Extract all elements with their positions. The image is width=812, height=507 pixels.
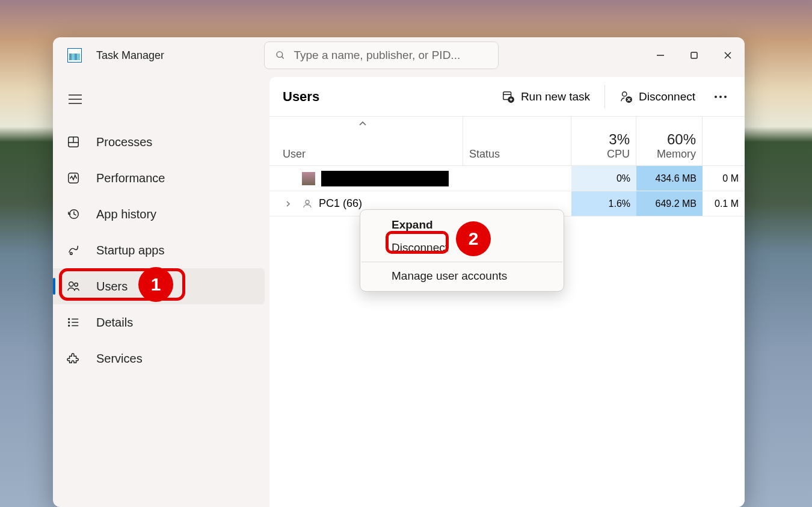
svg-point-34 (724, 96, 727, 98)
chevron-right-icon[interactable] (283, 198, 294, 209)
disconnect-icon (620, 90, 633, 103)
sidebar-item-label: Performance (96, 171, 165, 185)
disconnect-label: Disconnect (639, 90, 695, 103)
sidebar-item-label: App history (96, 207, 156, 221)
table-row[interactable]: 0% 434.6 MB 0 M (269, 166, 745, 191)
svg-point-18 (69, 322, 70, 323)
avatar (302, 172, 315, 185)
sidebar-item-app-history[interactable]: App history (53, 196, 265, 232)
history-icon (65, 206, 82, 223)
sidebar-item-processes[interactable]: Processes (53, 124, 265, 160)
cell-cpu: 1.6% (571, 191, 636, 216)
sidebar-item-startup-apps[interactable]: Startup apps (53, 232, 265, 268)
cell-status (463, 166, 571, 191)
svg-point-17 (69, 319, 70, 320)
column-headers: User Status 3%CPU 60%Memory (269, 117, 745, 166)
search-input[interactable] (294, 49, 488, 62)
search-box[interactable] (264, 41, 499, 69)
svg-point-33 (719, 96, 722, 98)
separator (604, 85, 605, 109)
cell-network: 0.1 M (703, 191, 745, 216)
startup-icon (65, 242, 82, 259)
app-icon (67, 48, 82, 63)
sidebar-item-label: Details (96, 316, 133, 330)
page-header: Users Run new task Disconnect (269, 77, 745, 117)
column-header-status[interactable]: Status (463, 117, 571, 165)
grid-icon (65, 134, 82, 150)
svg-point-14 (70, 253, 73, 255)
cell-memory: 434.6 MB (636, 166, 703, 191)
window-buttons (644, 42, 745, 69)
context-menu-separator (361, 262, 562, 262)
more-button[interactable] (710, 95, 731, 99)
sidebar-item-services[interactable]: Services (53, 340, 265, 376)
annotation-circle-2: 2 (456, 221, 491, 256)
activity-icon (65, 170, 82, 186)
cell-memory: 649.2 MB (636, 191, 703, 216)
cell-network: 0 M (703, 166, 745, 191)
sidebar-item-label: Processes (96, 135, 152, 149)
close-button[interactable] (711, 42, 745, 69)
svg-point-35 (306, 200, 309, 204)
run-new-task-button[interactable]: Run new task (496, 87, 596, 107)
cell-user (269, 166, 463, 191)
column-header-memory[interactable]: 60%Memory (636, 117, 703, 165)
sort-indicator-icon (358, 120, 367, 126)
titlebar: Task Manager (53, 37, 745, 73)
app-title: Task Manager (96, 49, 164, 62)
sidebar-item-label: Startup apps (96, 244, 164, 257)
minimize-button[interactable] (644, 42, 677, 69)
search-icon (275, 50, 285, 61)
username: PC1 (66) (319, 197, 362, 210)
maximize-button[interactable] (677, 42, 711, 69)
details-icon (65, 314, 82, 331)
svg-point-28 (623, 91, 627, 96)
svg-line-1 (281, 57, 283, 58)
disconnect-button[interactable]: Disconnect (614, 87, 701, 107)
task-manager-window: Task Manager Processes Performance (53, 37, 745, 507)
annotation-circle-1: 1 (138, 267, 173, 302)
svg-rect-3 (691, 52, 697, 58)
sidebar-item-label: Services (96, 352, 143, 366)
context-menu-manage-accounts[interactable]: Manage user accounts (360, 265, 564, 287)
column-header-network[interactable] (703, 117, 745, 165)
run-new-task-label: Run new task (521, 90, 590, 103)
redacted-username (321, 171, 449, 186)
column-header-cpu[interactable]: 3%CPU (571, 117, 636, 165)
annotation-box-2 (386, 231, 449, 254)
main-panel: Users Run new task Disconnect User Statu… (269, 77, 745, 507)
run-task-icon (502, 90, 515, 103)
svg-point-19 (69, 325, 70, 327)
page-title: Users (283, 89, 319, 105)
puzzle-icon (65, 350, 82, 367)
cell-cpu: 0% (571, 166, 636, 191)
sidebar-item-performance[interactable]: Performance (53, 160, 265, 196)
svg-point-0 (277, 52, 283, 58)
menu-toggle[interactable] (61, 85, 89, 113)
svg-point-32 (715, 96, 717, 98)
person-icon (302, 198, 313, 209)
sidebar-item-details[interactable]: Details (53, 304, 265, 340)
